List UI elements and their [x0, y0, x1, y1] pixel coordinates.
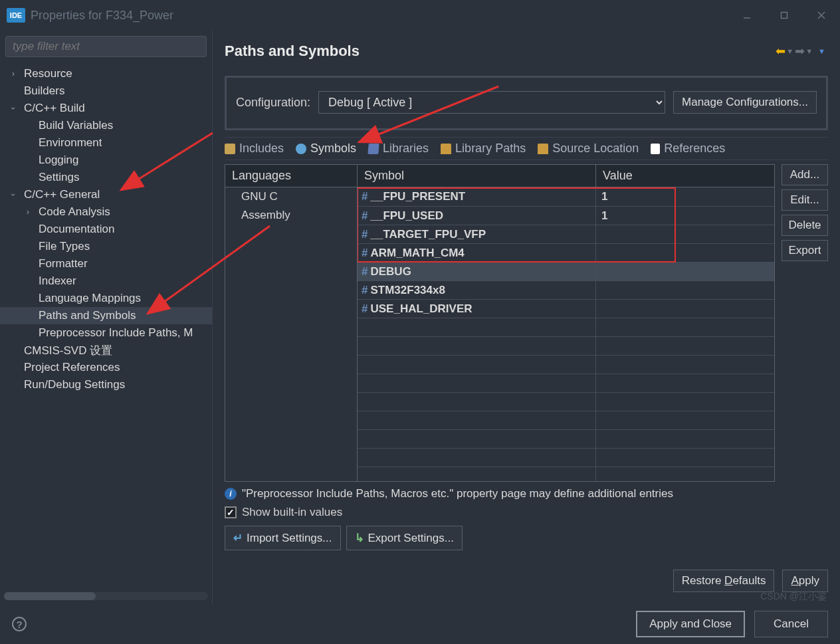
ide-logo-icon: IDE — [7, 8, 25, 23]
apply-and-close-button[interactable]: Apply and Close — [636, 611, 745, 637]
export-settings-button[interactable]: ↳Export Settings... — [346, 526, 463, 550]
value-cell: 1 — [595, 187, 774, 206]
tree-item-environment[interactable]: Environment — [0, 134, 212, 152]
tree-item-ccpp-general[interactable]: C/C++ General — [0, 186, 212, 203]
symbols-table[interactable]: Symbol Value #__FPU_PRESENT1#__FPU_USED1… — [358, 164, 775, 482]
symbol-row[interactable]: #USE_HAL_DRIVER — [358, 299, 774, 318]
tree-item-ccpp-build[interactable]: C/C++ Build — [0, 100, 212, 117]
tree-item-build-variables[interactable]: Build Variables — [0, 117, 212, 134]
symbol-row[interactable]: #__FPU_USED1 — [358, 206, 774, 225]
nav-forward-icon[interactable]: ➡ — [795, 44, 805, 58]
show-builtin-checkbox[interactable]: ✓ — [225, 506, 237, 518]
languages-header: Languages — [225, 165, 357, 187]
tree-item-code-analysis[interactable]: Code Analysis — [0, 203, 212, 221]
import-settings-button[interactable]: ↵Import Settings... — [225, 526, 341, 550]
symbol-row-empty — [358, 429, 774, 448]
symbol-row[interactable]: #__FPU_PRESENT1 — [358, 187, 774, 206]
tree-item-builders[interactable]: Builders — [0, 82, 212, 100]
maximize-button[interactable] — [766, 0, 803, 31]
import-icon: ↵ — [233, 531, 243, 545]
symbol-row-empty — [358, 392, 774, 411]
details-pane: Paths and Symbols ⬅ ▼ ➡ ▼ ▼ Configuratio… — [213, 31, 840, 604]
includes-icon — [225, 144, 235, 154]
tree-item-project-references[interactable]: Project References — [0, 359, 212, 376]
symbol-row-empty — [358, 411, 774, 429]
cancel-button[interactable]: Cancel — [754, 611, 828, 637]
export-button[interactable]: Export — [782, 240, 828, 261]
value-cell — [595, 300, 774, 318]
references-icon — [651, 144, 660, 154]
tree-item-settings[interactable]: Settings — [0, 169, 212, 186]
symbol-row[interactable]: #__TARGET_FPU_VFP — [358, 225, 774, 243]
apply-label: pply — [799, 574, 819, 587]
show-builtin-label: Show built-in values — [242, 506, 342, 519]
source-location-icon — [538, 144, 548, 154]
export-icon: ↳ — [355, 531, 364, 545]
value-cell — [595, 281, 774, 299]
edit-button[interactable]: Edit... — [782, 189, 828, 211]
nav-forward-caret-icon[interactable]: ▼ — [805, 47, 813, 55]
tree-item-logging[interactable]: Logging — [0, 152, 212, 169]
tree-item-language-mappings[interactable]: Language Mappings — [0, 290, 212, 307]
close-button[interactable] — [803, 0, 840, 31]
language-item-gnu-c[interactable]: GNU C — [225, 187, 357, 206]
tree-item-run-debug-settings[interactable]: Run/Debug Settings — [0, 376, 212, 393]
symbol-row[interactable]: #STM32F334x8 — [358, 280, 774, 299]
value-column-header[interactable]: Value — [595, 165, 774, 187]
tree-horizontal-scrollbar[interactable] — [4, 592, 208, 600]
libraries-icon — [368, 144, 379, 154]
tree-item-paths-and-symbols[interactable]: Paths and Symbols — [0, 307, 212, 324]
tree-item-cmsis-svd[interactable]: CMSIS-SVD 设置 — [0, 342, 212, 359]
languages-list[interactable]: Languages GNU C Assembly — [225, 164, 358, 482]
help-icon[interactable]: ? — [12, 617, 27, 631]
window-title: Properties for F334_Power — [31, 9, 173, 23]
tree-item-indexer[interactable]: Indexer — [0, 272, 212, 290]
symbol-column-header[interactable]: Symbol — [358, 165, 595, 187]
value-cell — [595, 225, 774, 243]
symbol-row-empty — [358, 448, 774, 467]
value-cell: 1 — [595, 207, 774, 225]
tabs-row: Includes Symbols Libraries Library Paths… — [225, 137, 828, 160]
symbol-cell: #USE_HAL_DRIVER — [358, 300, 595, 318]
nav-menu-caret-icon[interactable]: ▼ — [818, 47, 825, 55]
watermark: CSDN @江小鉴 — [760, 591, 827, 603]
tree-item-file-types[interactable]: File Types — [0, 238, 212, 255]
symbol-row-empty — [358, 374, 774, 392]
restore-defaults-button[interactable]: Restore Defaults — [673, 570, 775, 592]
tree-item-resource[interactable]: Resource — [0, 65, 212, 82]
symbol-cell: #__FPU_PRESENT — [358, 187, 595, 206]
tree-item-preprocessor-include[interactable]: Preprocessor Include Paths, M — [0, 324, 212, 342]
symbol-cell: #__FPU_USED — [358, 207, 595, 225]
category-tree[interactable]: Resource Builders C/C++ Build Build Vari… — [0, 62, 212, 393]
value-cell — [595, 263, 774, 280]
tab-references[interactable]: References — [651, 142, 725, 156]
info-icon: i — [225, 488, 237, 500]
symbol-cell: #__TARGET_FPU_VFP — [358, 225, 595, 243]
manage-configurations-button[interactable]: Manage Configurations... — [673, 91, 817, 114]
symbol-cell: #ARM_MATH_CM4 — [358, 244, 595, 262]
tab-source-location[interactable]: Source Location — [538, 142, 639, 156]
tree-item-formatter[interactable]: Formatter — [0, 255, 212, 272]
minimize-button[interactable] — [728, 0, 766, 31]
nav-back-caret-icon[interactable]: ▼ — [786, 47, 793, 55]
nav-back-icon[interactable]: ⬅ — [776, 44, 786, 58]
symbol-row[interactable]: #DEBUG — [358, 262, 774, 280]
configuration-select[interactable]: Debug [ Active ] — [318, 91, 665, 114]
tab-includes[interactable]: Includes — [225, 142, 284, 156]
language-item-assembly[interactable]: Assembly — [225, 206, 357, 225]
tree-item-documentation[interactable]: Documentation — [0, 221, 212, 238]
tab-symbols[interactable]: Symbols — [296, 142, 356, 156]
symbol-row-empty — [358, 336, 774, 355]
category-tree-pane: Resource Builders C/C++ Build Build Vari… — [0, 31, 213, 604]
add-button[interactable]: Add... — [782, 164, 828, 185]
symbols-icon — [296, 144, 306, 154]
value-cell — [595, 244, 774, 262]
delete-button[interactable]: Delete — [782, 215, 828, 236]
symbol-cell: #STM32F334x8 — [358, 281, 595, 299]
tab-libraries[interactable]: Libraries — [368, 142, 429, 156]
symbol-row[interactable]: #ARM_MATH_CM4 — [358, 243, 774, 262]
tab-library-paths[interactable]: Library Paths — [441, 142, 526, 156]
filter-input[interactable] — [5, 36, 207, 57]
apply-button[interactable]: Apply — [782, 570, 828, 592]
svg-rect-1 — [782, 13, 788, 19]
